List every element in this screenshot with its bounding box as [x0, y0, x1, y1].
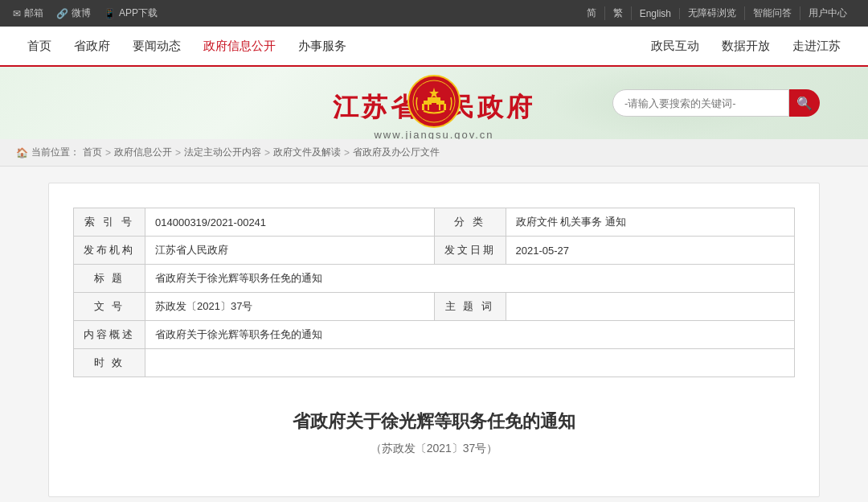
- top-bar-left: ✉ 邮箱 🔗 微博 📱 APP下载: [13, 6, 158, 20]
- svg-rect-8: [440, 105, 444, 110]
- nav-info[interactable]: 政府信息公开: [192, 26, 287, 66]
- breadcrumb-info[interactable]: 政府信息公开: [114, 146, 172, 159]
- table-row-index: 索 引 号 014000319/2021-00241 分 类 政府文件 机关事务…: [74, 208, 795, 237]
- weibo-link[interactable]: 🔗 微博: [56, 6, 91, 20]
- table-row-title: 标 题 省政府关于徐光辉等职务任免的通知: [74, 265, 795, 293]
- content-area: 索 引 号 014000319/2021-00241 分 类 政府文件 机关事务…: [48, 183, 820, 497]
- jian-link[interactable]: 简: [579, 6, 605, 20]
- top-bar: ✉ 邮箱 🔗 微博 📱 APP下载 简 繁 English 无障碍浏览 智能问答…: [0, 0, 868, 27]
- label-docnum: 文 号: [74, 293, 145, 321]
- value-keywords: [506, 293, 795, 321]
- breadcrumb-docs[interactable]: 政府文件及解读: [273, 146, 341, 159]
- app-icon: 📱: [104, 8, 116, 19]
- user-link[interactable]: 用户中心: [800, 6, 855, 20]
- value-date: 2021-05-27: [506, 237, 795, 265]
- document-info-table: 索 引 号 014000319/2021-00241 分 类 政府文件 机关事务…: [73, 208, 795, 377]
- nav-data[interactable]: 数据开放: [710, 26, 781, 66]
- table-row-summary: 内容概述 省政府关于徐光辉等职务任免的通知: [74, 321, 795, 349]
- nav-jiangsu[interactable]: 走进江苏: [781, 26, 852, 66]
- value-publisher: 江苏省人民政府: [145, 237, 435, 265]
- national-emblem: [406, 73, 462, 130]
- breadcrumb-label: 当前位置：: [31, 146, 80, 159]
- document-main-title: 省政府关于徐光辉等职务任免的通知: [73, 409, 795, 434]
- breadcrumb-sep-2: >: [175, 147, 181, 158]
- main-nav: 首页 省政府 要闻动态 政府信息公开 办事服务 政民互动 数据开放 走进江苏: [0, 27, 868, 67]
- search-button[interactable]: 🔍: [789, 89, 820, 117]
- nav-interaction[interactable]: 政民互动: [640, 26, 710, 66]
- search-input[interactable]: [612, 89, 789, 117]
- weibo-icon: 🔗: [56, 8, 68, 19]
- document-sub-title: （苏政发〔2021〕37号）: [73, 442, 795, 456]
- label-date: 发文日期: [434, 237, 506, 265]
- svg-rect-5: [424, 105, 428, 110]
- svg-rect-4: [428, 97, 440, 101]
- label-title: 标 题: [74, 265, 145, 293]
- label-keywords: 主 题 词: [434, 293, 506, 321]
- label-publisher: 发布机构: [74, 237, 145, 265]
- svg-rect-9: [432, 103, 436, 110]
- breadcrumb-sep-3: >: [264, 147, 270, 158]
- table-row-publisher: 发布机构 江苏省人民政府 发文日期 2021-05-27: [74, 237, 795, 265]
- value-title: 省政府关于徐光辉等职务任免的通知: [145, 265, 795, 293]
- nav-links-right: 政民互动 数据开放 走进江苏: [640, 26, 852, 66]
- email-link[interactable]: ✉ 邮箱: [13, 6, 43, 20]
- accessible-link[interactable]: 无障碍浏览: [680, 6, 745, 20]
- nav-province[interactable]: 省政府: [63, 26, 121, 66]
- fan-link[interactable]: 繁: [605, 6, 632, 20]
- search-area: 🔍: [612, 89, 820, 117]
- table-row-validity: 时 效: [74, 349, 795, 377]
- english-link[interactable]: English: [632, 8, 680, 19]
- breadcrumb-home[interactable]: 首页: [83, 146, 102, 159]
- home-icon: 🏠: [16, 147, 28, 158]
- label-index: 索 引 号: [74, 208, 145, 237]
- breadcrumb-sep-1: >: [105, 147, 111, 158]
- value-index: 014000319/2021-00241: [145, 208, 435, 237]
- top-bar-right: 简 繁 English 无障碍浏览 智能问答 用户中心: [579, 6, 855, 20]
- search-icon: 🔍: [796, 96, 813, 111]
- header-banner: 江苏省人民政府 www.jiangsu.gov.cn 🔍: [0, 67, 868, 139]
- email-icon: ✉: [13, 8, 21, 19]
- document-title-section: 省政府关于徐光辉等职务任免的通知 （苏政发〔2021〕37号）: [73, 401, 795, 472]
- breadcrumb-bar: 🏠 当前位置： 首页 > 政府信息公开 > 法定主动公开内容 > 政府文件及解读…: [0, 139, 868, 167]
- value-category: 政府文件 机关事务 通知: [506, 208, 795, 237]
- value-summary: 省政府关于徐光辉等职务任免的通知: [145, 321, 795, 349]
- value-validity: [145, 349, 795, 377]
- nav-links-left: 首页 省政府 要闻动态 政府信息公开 办事服务: [16, 26, 358, 66]
- breadcrumb-sep-4: >: [344, 147, 350, 158]
- value-docnum: 苏政发〔2021〕37号: [145, 293, 435, 321]
- breadcrumb-current: 省政府及办公厅文件: [353, 146, 440, 159]
- label-validity: 时 效: [74, 349, 145, 377]
- smart-link[interactable]: 智能问答: [745, 6, 800, 20]
- label-category: 分 类: [434, 208, 506, 237]
- app-link[interactable]: 📱 APP下载: [104, 6, 158, 20]
- nav-home[interactable]: 首页: [16, 26, 63, 66]
- table-row-docnum: 文 号 苏政发〔2021〕37号 主 题 词: [74, 293, 795, 321]
- label-summary: 内容概述: [74, 321, 145, 349]
- breadcrumb-legal[interactable]: 法定主动公开内容: [184, 146, 261, 159]
- nav-news[interactable]: 要闻动态: [121, 26, 192, 66]
- nav-services[interactable]: 办事服务: [287, 26, 358, 66]
